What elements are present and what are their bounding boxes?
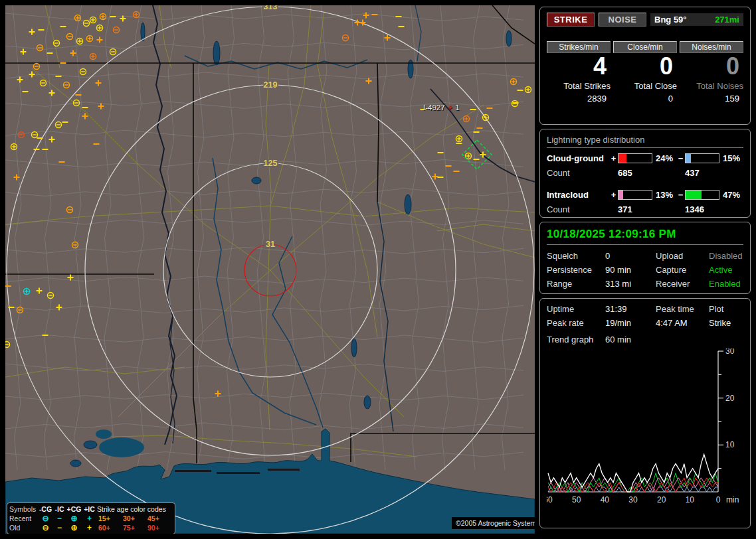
plot-value: Strike: [709, 318, 743, 328]
ic-pos-pct: 13%: [652, 190, 676, 200]
cg-pos-count: 685: [618, 168, 676, 178]
capture-label: Capture: [656, 265, 709, 275]
total-strikes-value: 2839: [547, 94, 611, 104]
ic-neg-bar: [685, 190, 719, 200]
svg-text:30: 30: [628, 495, 638, 504]
plus-sign: +: [609, 190, 618, 200]
count-label: Count: [547, 204, 609, 214]
distribution-title: Lightning type distribution: [547, 135, 743, 148]
trend-graph-value: 60 min: [605, 335, 743, 345]
cg-pos-pct: 24%: [652, 153, 676, 163]
legend-row-old: Old: [9, 523, 39, 532]
noises-per-min-column: Noises/min 0 Total Noises 159: [680, 41, 743, 104]
copyright-label: ©2005 Astrogenic Systems: [452, 517, 535, 529]
bearing-label: Bng 59°: [654, 15, 687, 25]
strikes-per-min-button[interactable]: Strikes/min: [547, 41, 611, 53]
legend-col-neg-ic: -IC: [52, 504, 66, 514]
svg-text:10: 10: [725, 440, 735, 449]
persistence-value: 90 min: [605, 265, 656, 275]
status-box: 10/18/2025 12:09:16 PM Squelch 0 Upload …: [539, 222, 751, 294]
total-noises-label: Total Noises: [680, 81, 743, 91]
lake: [96, 429, 112, 439]
app-window: 31321912531 I-4927 + 1 Symbols -CG -IC +…: [0, 0, 756, 539]
svg-text:31: 31: [266, 240, 275, 249]
circle-minus-icon: ⊖: [39, 523, 52, 532]
range-value: 313 mi: [605, 279, 656, 289]
trend-box: Uptime 31:39 Peak time Plot Peak rate 19…: [539, 298, 751, 528]
lake-pontchartrain: [99, 437, 144, 457]
svg-text:20: 20: [657, 495, 666, 504]
sensor-marker-icon: +: [448, 104, 453, 111]
close-per-min-button[interactable]: Close/min: [613, 41, 677, 53]
total-close-value: 0: [613, 94, 677, 104]
peak-time-label: Peak time: [656, 304, 709, 314]
persistence-label: Persistence: [547, 265, 605, 275]
svg-text:30: 30: [725, 348, 735, 356]
plot-label: Plot: [709, 304, 743, 314]
total-noises-value: 159: [680, 94, 743, 104]
range-label: Range: [547, 279, 605, 289]
close-per-min-column: Close/min 0 Total Close 0: [613, 41, 677, 104]
minus-sign: −: [676, 153, 685, 163]
noise-button[interactable]: NOISE: [599, 13, 646, 27]
minus-icon: −: [52, 523, 66, 532]
sensor-id: I-4927: [423, 104, 445, 112]
circle-minus-icon: ⊖: [39, 514, 52, 523]
plus-icon: +: [82, 514, 97, 523]
age-30: 30+: [122, 514, 146, 523]
uptime-label: Uptime: [547, 304, 605, 314]
map-canvas[interactable]: 31321912531: [5, 5, 535, 534]
svg-text:40: 40: [601, 495, 610, 504]
svg-text:125: 125: [264, 159, 278, 168]
age-60: 60+: [97, 523, 122, 532]
strikes-per-min-value: 4: [547, 53, 611, 80]
ic-neg-count: 1346: [685, 204, 743, 214]
trend-chart: 1020306050403020100min: [547, 348, 745, 509]
noises-per-min-button[interactable]: Noises/min: [680, 41, 743, 53]
control-panel: STRIKE NOISE Bng 59° 271mi Strikes/min 4…: [539, 7, 751, 528]
peak-rate-label: Peak rate: [547, 318, 605, 328]
counters-box: STRIKE NOISE Bng 59° 271mi Strikes/min 4…: [539, 7, 751, 125]
upload-label: Upload: [656, 251, 709, 261]
intracloud-label: Intracloud: [547, 190, 609, 200]
strike-button[interactable]: STRIKE: [547, 13, 595, 27]
legend-col-pos-cg: +CG: [66, 504, 82, 514]
cg-neg-bar: [685, 153, 719, 163]
svg-text:219: 219: [264, 80, 278, 90]
capture-status: Active: [709, 265, 743, 275]
cg-neg-pct: 15%: [719, 153, 743, 163]
bearing-distance: 271mi: [715, 15, 739, 25]
cg-pos-bar: [618, 153, 652, 163]
strikes-per-min-column: Strikes/min 4 Total Strikes 2839: [547, 41, 611, 104]
peak-rate-value: 19/min: [605, 318, 656, 328]
count-label: Count: [547, 168, 609, 178]
age-15: 15+: [97, 514, 122, 523]
minus-icon: −: [52, 514, 66, 523]
age-75: 75+: [122, 523, 146, 532]
squelch-value: 0: [605, 251, 656, 261]
ic-pos-bar: [618, 190, 652, 200]
svg-text:60: 60: [547, 495, 553, 504]
legend-age-header: Strike age color codes: [97, 504, 171, 514]
receiver-label: Receiver: [656, 279, 709, 289]
peak-time-value: 4:47 AM: [656, 318, 709, 328]
bearing-display[interactable]: Bng 59° 271mi: [650, 13, 743, 26]
circle-plus-icon: ⊕: [66, 523, 82, 532]
uptime-value: 31:39: [605, 304, 656, 314]
receiver-status: Enabled: [709, 279, 743, 289]
age-90: 90+: [146, 523, 171, 532]
svg-text:0: 0: [716, 495, 721, 504]
distribution-box: Lightning type distribution Cloud-ground…: [539, 129, 751, 218]
upload-status: Disabled: [709, 251, 743, 261]
sensor-station-label: I-4927 + 1: [423, 104, 460, 112]
svg-text:min: min: [726, 495, 739, 504]
map-legend: Symbols -CG -IC +CG +IC Strike age color…: [7, 502, 175, 534]
cloud-ground-label: Cloud-ground: [547, 153, 609, 163]
legend-row-recent: Recent: [9, 514, 39, 523]
ic-pos-count: 371: [618, 204, 676, 214]
trend-graph-label: Trend graph: [547, 335, 605, 345]
cg-neg-count: 437: [685, 168, 743, 178]
svg-text:20: 20: [725, 394, 735, 403]
squelch-label: Squelch: [547, 251, 605, 261]
map-area[interactable]: 31321912531 I-4927 + 1 Symbols -CG -IC +…: [5, 5, 535, 534]
